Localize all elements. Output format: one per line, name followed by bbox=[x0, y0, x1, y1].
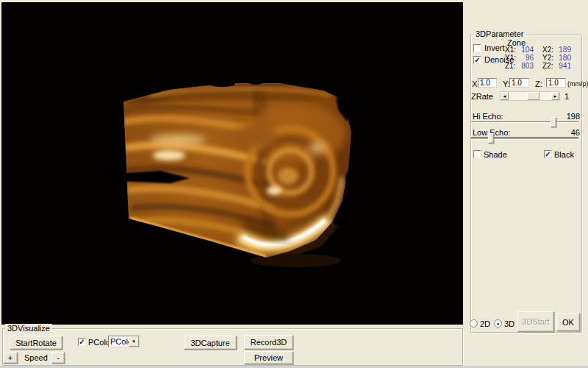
y-scale-input[interactable] bbox=[509, 78, 529, 88]
zrate-value: 1 bbox=[564, 92, 569, 101]
parameter-group-title: 3DParameter bbox=[473, 29, 526, 38]
zrate-right-arrow-icon[interactable]: ► bbox=[551, 92, 559, 100]
zone-x2-label: X2: bbox=[542, 46, 553, 54]
scale-unit-label: (mm/p) bbox=[567, 80, 588, 88]
pcolor-dropdown-value: PColor bbox=[109, 336, 129, 347]
3d-viewport[interactable] bbox=[1, 2, 463, 325]
mode-3d-label: 3D bbox=[504, 319, 514, 328]
black-checkbox[interactable]: ✓ bbox=[544, 150, 552, 158]
speed-minus-button[interactable]: - bbox=[51, 352, 65, 364]
zone-z2-value: 941 bbox=[553, 63, 571, 70]
volume-render-icon bbox=[1, 2, 463, 325]
low-echo-track[interactable] bbox=[471, 137, 578, 140]
zone-x1-value: 104 bbox=[516, 46, 534, 54]
z-scale-label: Z: bbox=[535, 79, 542, 88]
zone-y1-value: 96 bbox=[516, 54, 534, 62]
z-scale-input[interactable] bbox=[546, 78, 566, 88]
denoise-checkbox[interactable]: ✓ bbox=[473, 56, 481, 64]
zrate-label: ZRate bbox=[471, 92, 493, 101]
hi-echo-value: 198 bbox=[566, 112, 580, 121]
pcolor-dropdown[interactable]: PColor ▼ bbox=[108, 336, 140, 347]
zrate-scrollbar[interactable]: ◄ ► bbox=[500, 91, 560, 101]
denoise-check-mark: ✓ bbox=[474, 57, 480, 63]
app-window: 3DParameter Invert ✓ Denoise Zone X1: 10… bbox=[0, 0, 588, 368]
hi-echo-label: Hi Echo: bbox=[473, 112, 503, 121]
zone-y2-value: 180 bbox=[553, 54, 571, 62]
start-rotate-button[interactable]: StartRotate bbox=[10, 336, 62, 350]
zone-y2-label: Y2: bbox=[542, 54, 553, 62]
zone-x1-label: X1: bbox=[505, 46, 516, 54]
mode-2d-label: 2D bbox=[480, 319, 490, 328]
shade-label: Shade bbox=[484, 150, 507, 159]
mode-3d-radio[interactable]: ● bbox=[494, 319, 502, 328]
ok-button[interactable]: OK bbox=[556, 313, 580, 331]
3dcapture-button[interactable]: 3DCapture bbox=[184, 336, 237, 350]
3dstart-button[interactable]: 3DStart bbox=[517, 311, 554, 332]
zone-table: X1: 104 X2: 189 Y1: 96 Y2: 180 Z1: 803 Z… bbox=[505, 46, 578, 70]
zone-z1-label: Z1: bbox=[505, 63, 516, 70]
hi-echo-thumb[interactable] bbox=[551, 117, 556, 127]
zone-y1-label: Y1: bbox=[505, 54, 516, 62]
invert-checkbox[interactable] bbox=[473, 44, 481, 52]
mode-2d-radio[interactable] bbox=[470, 319, 478, 328]
pcolor-check-mark: ✓ bbox=[79, 339, 85, 345]
zrate-left-arrow-icon[interactable]: ◄ bbox=[501, 92, 509, 100]
preview-button[interactable]: Preview bbox=[244, 351, 293, 364]
low-echo-thumb[interactable] bbox=[488, 133, 494, 144]
shade-checkbox[interactable] bbox=[473, 150, 481, 158]
speed-plus-button[interactable]: + bbox=[3, 352, 18, 364]
mode-3d-dot: ● bbox=[497, 322, 500, 326]
black-label: Black bbox=[554, 150, 574, 159]
record3d-button[interactable]: Record3D bbox=[244, 335, 293, 350]
visualize-group-title: 3DVisualize bbox=[5, 324, 52, 333]
hi-echo-track[interactable] bbox=[471, 121, 578, 123]
zone-z1-value: 803 bbox=[516, 63, 534, 70]
zrate-thumb[interactable] bbox=[527, 92, 539, 100]
zone-x2-value: 189 bbox=[553, 46, 571, 54]
pcolor-checkbox[interactable]: ✓ bbox=[78, 338, 86, 346]
speed-label: Speed bbox=[24, 353, 48, 362]
invert-label: Invert bbox=[484, 43, 505, 52]
black-check-mark: ✓ bbox=[545, 151, 551, 158]
dropdown-arrow-icon[interactable]: ▼ bbox=[129, 336, 139, 347]
x-scale-input[interactable] bbox=[478, 78, 497, 88]
low-echo-value: 46 bbox=[566, 128, 580, 137]
zone-z2-label: Z2: bbox=[542, 63, 553, 70]
